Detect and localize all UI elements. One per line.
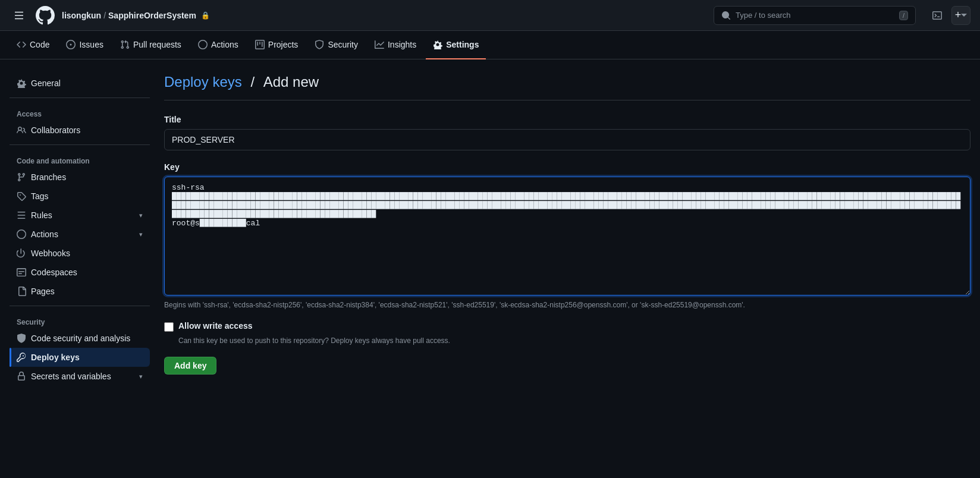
page-layout: General Access Collaborators Code and au… xyxy=(0,59,980,400)
sidebar-label-general: General xyxy=(31,78,61,88)
nav-item-actions[interactable]: Actions xyxy=(191,31,246,59)
lock-icon: 🔒 xyxy=(201,11,210,20)
allow-write-group: Allow write access xyxy=(164,321,970,332)
sidebar-label-collaborators: Collaborators xyxy=(31,125,80,135)
top-nav: lisongkun / SapphireOrderSystem 🔒 Type /… xyxy=(0,0,980,31)
sidebar-label-rules: Rules xyxy=(31,210,52,220)
nav-label-code: Code xyxy=(30,40,49,49)
collaborators-icon xyxy=(17,125,26,135)
sidebar-item-codespaces[interactable]: Codespaces xyxy=(10,263,150,282)
actions-sidebar-icon xyxy=(17,229,26,239)
top-nav-right: + xyxy=(928,6,970,25)
gear-icon xyxy=(17,78,26,88)
sidebar-label-branches: Branches xyxy=(31,172,66,182)
key-textarea[interactable]: ssh-rsa ████████████████████████████████… xyxy=(164,177,970,295)
breadcrumb-separator: / xyxy=(103,11,106,20)
title-label: Title xyxy=(164,115,970,124)
sidebar-label-code-security: Code security and analysis xyxy=(31,334,130,343)
nav-label-insights: Insights xyxy=(388,40,416,49)
page-header: Deploy keys / Add new xyxy=(164,74,970,100)
sidebar-item-general[interactable]: General xyxy=(10,74,150,93)
actions-chevron: ▾ xyxy=(139,231,143,238)
allow-write-checkbox[interactable] xyxy=(164,322,174,332)
sidebar-section-code-automation: Code and automation xyxy=(10,150,150,168)
nav-item-pullrequests[interactable]: Pull requests xyxy=(113,31,189,59)
secrets-chevron: ▾ xyxy=(139,373,143,380)
nav-item-insights[interactable]: Insights xyxy=(368,31,423,59)
sidebar-item-tags[interactable]: Tags xyxy=(10,187,150,206)
sidebar-label-codespaces: Codespaces xyxy=(31,268,77,277)
nav-item-projects[interactable]: Projects xyxy=(248,31,306,59)
header-separator: / xyxy=(250,74,258,90)
nav-item-security[interactable]: Security xyxy=(307,31,365,59)
issues-icon xyxy=(66,40,76,49)
nav-item-issues[interactable]: Issues xyxy=(59,31,110,59)
projects-icon xyxy=(255,40,265,49)
github-logo[interactable] xyxy=(36,6,55,25)
sidebar-label-pages: Pages xyxy=(31,287,55,296)
key-icon xyxy=(17,353,26,362)
insights-icon xyxy=(375,40,384,49)
sidebar-item-deploy-keys[interactable]: Deploy keys xyxy=(10,348,150,367)
sidebar-item-code-security[interactable]: Code security and analysis xyxy=(10,329,150,348)
actions-icon xyxy=(198,40,208,49)
breadcrumb-repo[interactable]: SapphireOrderSystem xyxy=(108,11,196,20)
nav-item-settings[interactable]: Settings xyxy=(426,31,486,59)
sidebar-section-access: Access xyxy=(10,103,150,121)
sidebar-item-collaborators[interactable]: Collaborators xyxy=(10,121,150,140)
add-key-button[interactable]: Add key xyxy=(164,357,216,375)
nav-label-security: Security xyxy=(328,40,358,49)
sidebar-label-deploy-keys: Deploy keys xyxy=(31,353,80,362)
sidebar-label-secrets: Secrets and variables xyxy=(31,372,111,381)
rules-chevron: ▾ xyxy=(139,212,143,219)
title-group: Title xyxy=(164,115,970,150)
code-icon xyxy=(17,40,26,49)
search-placeholder: Type / to search xyxy=(736,11,791,20)
secrets-icon xyxy=(17,372,26,381)
codespaces-icon xyxy=(17,268,26,277)
terminal-button[interactable] xyxy=(928,6,947,25)
breadcrumb-deploy-keys-link[interactable]: Deploy keys xyxy=(164,74,242,90)
shield-icon xyxy=(17,334,26,343)
title-input[interactable] xyxy=(164,129,970,150)
sidebar-label-webhooks: Webhooks xyxy=(31,249,70,258)
sidebar-divider-2 xyxy=(10,144,150,145)
webhooks-icon xyxy=(17,249,26,258)
branches-icon xyxy=(17,172,26,182)
sidebar-divider-3 xyxy=(10,306,150,306)
breadcrumb-user[interactable]: lisongkun xyxy=(62,11,101,20)
allow-write-description: Can this key be used to push to this rep… xyxy=(178,337,970,345)
sidebar: General Access Collaborators Code and au… xyxy=(10,74,164,386)
sidebar-item-actions[interactable]: Actions ▾ xyxy=(10,225,150,244)
sidebar-item-webhooks[interactable]: Webhooks xyxy=(10,244,150,263)
tags-icon xyxy=(17,191,26,201)
new-button[interactable]: + xyxy=(951,6,970,25)
sidebar-section-security: Security xyxy=(10,311,150,329)
allow-write-label[interactable]: Allow write access xyxy=(178,321,253,331)
search-shortcut: / xyxy=(899,11,908,20)
main-content: Deploy keys / Add new Title Key ssh-rsa … xyxy=(164,74,970,386)
security-icon xyxy=(315,40,324,49)
sidebar-label-tags: Tags xyxy=(31,191,49,201)
nav-label-issues: Issues xyxy=(79,40,103,49)
breadcrumb-add-new: Add new xyxy=(263,74,319,90)
sidebar-item-branches[interactable]: Branches xyxy=(10,168,150,187)
active-indicator xyxy=(10,348,11,367)
sidebar-label-actions: Actions xyxy=(31,229,58,239)
sidebar-item-pages[interactable]: Pages xyxy=(10,282,150,301)
nav-label-projects: Projects xyxy=(268,40,299,49)
key-label: Key xyxy=(164,162,970,172)
pr-icon xyxy=(120,40,130,49)
hamburger-button[interactable] xyxy=(10,6,29,25)
key-hint: Begins with 'ssh-rsa', 'ecdsa-sha2-nistp… xyxy=(164,301,970,309)
repo-nav: Code Issues Pull requests Actions Projec… xyxy=(0,31,980,59)
sidebar-divider-1 xyxy=(10,98,150,98)
plus-icon: + xyxy=(955,9,962,21)
sidebar-item-rules[interactable]: Rules ▾ xyxy=(10,206,150,225)
nav-label-settings: Settings xyxy=(446,40,479,49)
nav-item-code[interactable]: Code xyxy=(10,31,56,59)
pages-icon xyxy=(17,287,26,296)
nav-label-pullrequests: Pull requests xyxy=(133,40,181,49)
search-bar[interactable]: Type / to search / xyxy=(714,6,916,25)
sidebar-item-secrets[interactable]: Secrets and variables ▾ xyxy=(10,367,150,386)
